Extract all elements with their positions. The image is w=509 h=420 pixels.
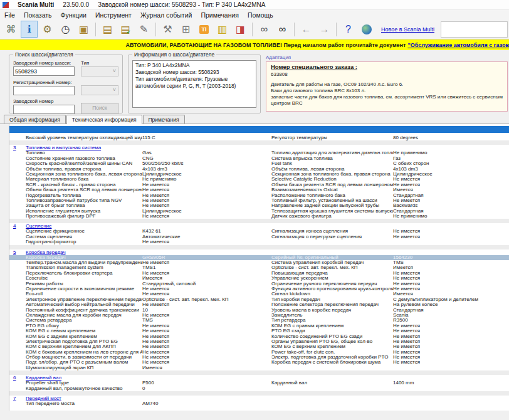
- table-row[interactable]: Объем бачка реагента SCR под левым лонже…: [9, 187, 509, 192]
- table-row[interactable]: Автоматический выбор нейтральной передач…: [9, 302, 509, 307]
- section-number-link[interactable]: 5: [9, 249, 26, 255]
- table-row[interactable]: Ограничение скорости в экономичном режим…: [9, 286, 509, 291]
- table-row[interactable]: Отбор мощности, в зависимости от передач…: [9, 355, 509, 360]
- table-row[interactable]: Электрическая подготовка для PTO EGНе им…: [9, 339, 509, 344]
- tab-general-info[interactable]: Общая информация: [4, 115, 66, 123]
- gas-warning-doc-link[interactable]: "Обслуживание автомобиля с газов: [407, 42, 509, 48]
- table-row[interactable]: КОМ с боковым креплением на лев стороне …: [9, 350, 509, 355]
- section-title-link[interactable]: Коробка передач: [26, 249, 509, 255]
- table-row[interactable]: EcocruiseИмеетсяУправление ускорениемНе …: [9, 276, 509, 281]
- menu-event-log[interactable]: Журнал событий: [136, 11, 197, 19]
- menu-show[interactable]: Показать: [19, 11, 56, 19]
- section-number-link[interactable]: 4: [9, 223, 26, 229]
- table-row[interactable]: Eco-rollНе имеетсяСигнал kickdownИмеется: [9, 291, 509, 297]
- table-row[interactable]: PTO EG сбокуНе имеетсяКОМ EG с правым кр…: [9, 323, 509, 328]
- table-row[interactable]: SCR - красный бачок - правая сторонаНе и…: [9, 182, 509, 187]
- section-title-link[interactable]: Сцепление: [26, 223, 509, 229]
- table-row[interactable]: ТопливоGasТопливо,адаптация для альтерна…: [9, 150, 509, 155]
- tab-technical-info[interactable]: Техническая информация: [66, 115, 142, 124]
- menu-tool[interactable]: Инструмент: [91, 11, 136, 19]
- section-number-link[interactable]: 3: [9, 145, 26, 150]
- book-icon[interactable]: ▤: [99, 21, 116, 38]
- registration-number-label: Регистрационный номер:: [13, 80, 75, 85]
- table-row[interactable]: Подогреватель топливаНе имеетсяРасположе…: [9, 193, 509, 198]
- table-row[interactable]: Защита от брызг топливаНе имеетсяНаправл…: [9, 203, 509, 208]
- binoculars-dark-icon[interactable]: ∞: [274, 21, 291, 38]
- table-row[interactable]: Тип переднего мостаAM740: [9, 401, 509, 406]
- table-row[interactable]: Секционная зона топливного бака, левая с…: [9, 172, 509, 177]
- menu-file[interactable]: File: [0, 11, 19, 19]
- stopwatch-icon[interactable]: ◷: [57, 21, 74, 38]
- special-order-number: 633808: [271, 71, 503, 78]
- section-header: 6Карданный вал: [9, 375, 509, 381]
- table-row[interactable]: Режимы работыСтандартный, силовойОгранич…: [9, 281, 509, 286]
- table-row[interactable]: Объём топлива, правая сторона4x103 dm3Об…: [9, 167, 509, 172]
- table-row[interactable]: Исполнение глушителя выпускаЦилиндрическ…: [9, 209, 509, 214]
- section-number-link[interactable]: 7: [9, 396, 26, 401]
- whats-new-link[interactable]: Новое в Scania Multi: [381, 26, 434, 33]
- package-icon[interactable]: ▣: [75, 21, 92, 38]
- pump-icon[interactable]: ▥: [214, 21, 231, 38]
- search-button[interactable]: Поиск: [81, 103, 118, 114]
- binoculars-icon[interactable]: ∞: [256, 21, 273, 38]
- table-row[interactable]: Подг. эл/обор. для PTO с разъемным валом…: [9, 360, 509, 365]
- menu-functions[interactable]: Функции: [56, 11, 91, 19]
- table-row[interactable]: Карданный вал, промежуточное качество0: [9, 386, 509, 391]
- app-version: 23.50.0.0: [63, 1, 89, 8]
- registration-number-input[interactable]: [13, 86, 75, 95]
- chassis-number-input[interactable]: [13, 66, 75, 76]
- globe-icon[interactable]: [358, 21, 375, 38]
- chassis-info-icon[interactable]: ℹ: [21, 21, 38, 38]
- table-row[interactable]: Transmission management systemTMS1Opticr…: [9, 265, 509, 270]
- table-row[interactable]: КОМ EG с левым креплениемНе имеетсяPTO E…: [9, 328, 509, 333]
- table-row[interactable]: Электронное управление переключением пер…: [9, 297, 509, 302]
- table-row[interactable]: Система ретардераTMSТип ретардераR3500: [9, 318, 509, 323]
- menu-help[interactable]: Помощь: [243, 11, 278, 19]
- chassis-info-panel: Информация о шасси/двигателе Тип: P 340 …: [128, 55, 261, 113]
- table-row[interactable]: Коробка передачGRS905RСерийный №, оригин…: [9, 255, 509, 260]
- hierarchy-icon[interactable]: ⌘: [3, 21, 19, 38]
- type-dropdown[interactable]: [81, 66, 118, 76]
- diagram-icon[interactable]: ⊞: [177, 21, 194, 38]
- table-row[interactable]: Сцепление фрикционноеK432 61Сигнализация…: [9, 229, 509, 234]
- section-number-link[interactable]: 6: [9, 375, 26, 381]
- table-row[interactable]: Постоянный коэффициент датчика трансмисс…: [9, 308, 509, 313]
- table-row[interactable]: Propeller shaft typeP500Карданный вал140…: [9, 381, 509, 386]
- secondary-dropdown[interactable]: [81, 85, 118, 95]
- table-row[interactable]: Топливозаправочный патрубок типа NGVНе и…: [9, 198, 509, 203]
- table-row[interactable]: КОМ EG с задним креплениемНе имеетсяКоли…: [9, 334, 509, 339]
- section-title-link[interactable]: Карданный вал: [26, 375, 509, 381]
- table-row[interactable]: Скорость красной/желтой/зеленой шины CAN…: [9, 161, 509, 166]
- book-check-icon[interactable]: ▤✔: [117, 21, 134, 38]
- chassis-info-vehicle-type: Тип автомобиля/двигателя: Грузовые автом…: [135, 76, 253, 90]
- oil-can-icon[interactable]: ◨: [232, 21, 249, 38]
- table-row[interactable]: Материал топливного бакаНе применимоSele…: [9, 177, 509, 182]
- section-title-link[interactable]: Передний мост: [26, 396, 509, 401]
- wrench-icon[interactable]: ⚒: [159, 21, 176, 38]
- table-row[interactable]: Шумоизолирующий экран КПИмеется: [9, 365, 509, 370]
- table-row[interactable]: Противосажевый фильтр DPFНе имеетсяДатчи…: [9, 214, 509, 219]
- help-icon[interactable]: ?: [340, 21, 357, 38]
- notepad-icon[interactable]: ✎: [135, 21, 152, 38]
- table-row[interactable]: ГидротрансформаторНе имеется: [9, 239, 509, 244]
- section-spacer: [9, 245, 509, 249]
- chassis-info-type: Тип: P 340 LA4x2MNA: [135, 62, 253, 69]
- toolbar-separator: [336, 23, 337, 36]
- table-row[interactable]: Высокий уровень температуры охлаждающей …: [9, 135, 509, 140]
- section-title-link[interactable]: Топливная и выпускная система: [26, 145, 509, 150]
- parts-icon[interactable]: ⚙: [39, 21, 56, 38]
- forward-arrow-icon[interactable]: →: [316, 21, 333, 38]
- table-row[interactable]: Состояние хранения газового топливаCNGСи…: [9, 156, 509, 161]
- back-arrow-icon[interactable]: ←: [298, 21, 315, 38]
- table-row[interactable]: Система сцепленияАвтоматическиеСигнализа…: [9, 234, 509, 239]
- table-row[interactable]: Темпер.трансм.масла для выдачи предупреж…: [9, 260, 509, 265]
- tab-notes[interactable]: Примечания: [143, 115, 185, 123]
- table-row[interactable]: Охлаждение масла для коробки передачНе и…: [9, 313, 509, 318]
- table-row[interactable]: Переключатель блокировки стартераНе имее…: [9, 271, 509, 276]
- serial-number-input[interactable]: [13, 105, 75, 114]
- toolbar-text-box[interactable]: [441, 21, 508, 38]
- ti-card-icon[interactable]: Ti: [196, 21, 213, 38]
- menu-notes[interactable]: Примечания: [196, 11, 243, 19]
- chassis-number-label: Заводской номер шасси:: [13, 60, 75, 66]
- table-row[interactable]: КОМ с верхним креплением для АКППНе имее…: [9, 344, 509, 349]
